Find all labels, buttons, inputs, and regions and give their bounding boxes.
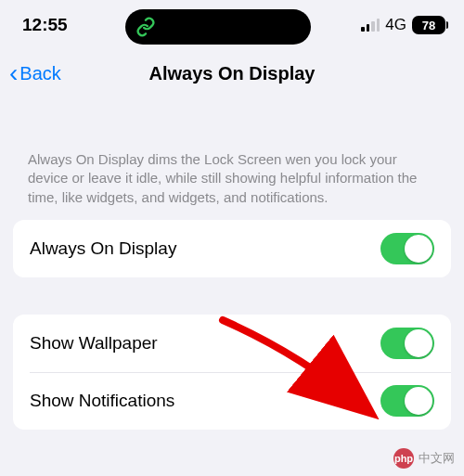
battery-level: 78 [422, 19, 435, 32]
row-show-notifications: Show Notifications [13, 372, 451, 430]
toggle-show-wallpaper[interactable] [380, 328, 434, 359]
status-time: 12:55 [22, 15, 68, 35]
row-label: Show Wallpaper [30, 333, 158, 354]
watermark: php 中文网 [393, 448, 455, 469]
row-label: Show Notifications [30, 391, 174, 411]
battery-icon: 78 [412, 16, 445, 34]
watermark-logo-icon: php [393, 448, 414, 469]
back-button[interactable]: ‹ Back [9, 60, 61, 86]
status-right: 4G 78 [361, 16, 445, 34]
status-bar: 12:55 4G 78 [0, 0, 464, 50]
row-always-on-display: Always On Display [13, 220, 451, 277]
toggle-always-on-display[interactable] [380, 233, 434, 264]
settings-group-main: Always On Display [13, 220, 451, 277]
cellular-signal-icon [361, 19, 380, 32]
settings-group-options: Show Wallpaper Show Notifications [13, 315, 451, 430]
toggle-show-notifications[interactable] [380, 385, 434, 417]
section-description: Always On Display dims the Lock Screen w… [0, 96, 464, 220]
watermark-text: 中文网 [419, 450, 455, 467]
dynamic-island[interactable] [125, 9, 311, 45]
row-label: Always On Display [30, 238, 176, 259]
back-label: Back [19, 63, 60, 84]
navigation-header: ‹ Back Always On Display [0, 50, 464, 96]
row-show-wallpaper: Show Wallpaper [13, 315, 451, 372]
network-label: 4G [385, 16, 406, 34]
page-title: Always On Display [149, 63, 316, 84]
link-icon [135, 16, 157, 38]
chevron-left-icon: ‹ [9, 60, 18, 86]
